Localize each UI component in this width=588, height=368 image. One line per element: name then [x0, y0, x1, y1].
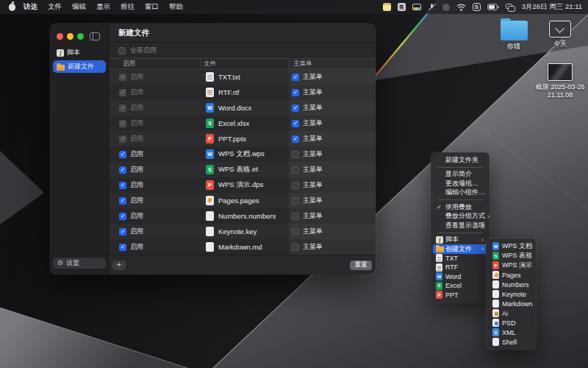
- mainmenu-checkbox[interactable]: [292, 197, 299, 205]
- submenu-item-8[interactable]: PSD: [488, 318, 534, 328]
- menubar-menu-5[interactable]: 窗口: [145, 2, 159, 10]
- mainmenu-checkbox[interactable]: [292, 213, 299, 220]
- folder-icon: [57, 65, 65, 71]
- enable-checkbox[interactable]: [119, 166, 126, 174]
- desktop-icon-folder[interactable]: 你猜: [490, 21, 537, 51]
- mainmenu-checkbox[interactable]: [292, 74, 299, 81]
- context-menu-item-14[interactable]: WWord: [433, 272, 487, 282]
- file-icon: W: [206, 103, 214, 113]
- menu-item-label: 新建文件夹: [445, 155, 478, 165]
- folder-icon: [436, 247, 444, 252]
- enable-checkbox[interactable]: [119, 74, 126, 81]
- menubar-menu-1[interactable]: 文件: [48, 2, 62, 10]
- table-row: 启用 RTF.rtf 主菜单: [110, 85, 376, 100]
- menubar-menu-4[interactable]: 前往: [121, 2, 135, 10]
- enable-checkbox[interactable]: [119, 228, 126, 236]
- enable-checkbox[interactable]: [119, 89, 126, 96]
- reset-button[interactable]: 重置: [350, 261, 372, 270]
- add-button[interactable]: +: [112, 261, 126, 270]
- window-footer: + 重置: [110, 255, 376, 275]
- mainmenu-label: 主菜单: [303, 134, 323, 144]
- enable-checkbox[interactable]: [119, 213, 126, 220]
- settings-label: 设置: [66, 258, 79, 268]
- menubar-menu-2[interactable]: 编辑: [72, 2, 86, 10]
- desktop-icon-screenshot[interactable]: 截屏 2025-03-26 21.11.08: [527, 63, 588, 100]
- submenu-item-10[interactable]: Shell: [488, 337, 534, 347]
- menu-item-label: 叠放分组方式: [445, 211, 485, 221]
- stage-manager-icon[interactable]: [506, 4, 514, 10]
- menubar-menu-6[interactable]: 帮助: [169, 2, 183, 10]
- enable-checkbox[interactable]: [119, 244, 126, 251]
- mic-muted-icon[interactable]: [428, 3, 436, 11]
- app-circle-icon[interactable]: [442, 4, 450, 11]
- menu-separator: [437, 233, 483, 233]
- mainmenu-checkbox[interactable]: [292, 151, 299, 158]
- submenu-item-3[interactable]: Pages: [488, 270, 534, 280]
- file-name: TXT.txt: [218, 73, 240, 81]
- s-app-icon[interactable]: S: [473, 3, 481, 11]
- battery-icon[interactable]: [487, 4, 499, 10]
- display-icon[interactable]: [412, 4, 421, 10]
- context-menu-item-4[interactable]: 编辑小组件…: [433, 188, 487, 198]
- context-menu-item-11[interactable]: 创建文件›: [433, 244, 487, 254]
- enable-all-label: 全部启用: [130, 46, 157, 55]
- menubar-menu-3[interactable]: 显示: [96, 2, 110, 10]
- submenu-item-4[interactable]: Numbers: [488, 280, 534, 289]
- mainmenu-checkbox[interactable]: [292, 166, 299, 174]
- enable-checkbox[interactable]: [119, 182, 126, 189]
- submenu-item-0[interactable]: WWPS 文档: [488, 241, 534, 251]
- context-menu-item-15[interactable]: SExcel: [433, 281, 487, 291]
- submenu-item-1[interactable]: SWPS 表格: [488, 251, 534, 261]
- submenu-item-7[interactable]: Ai: [488, 308, 534, 318]
- enable-checkbox[interactable]: [119, 151, 126, 158]
- desktop-icon-today[interactable]: 今天: [537, 21, 584, 48]
- mainmenu-checkbox[interactable]: [292, 182, 299, 189]
- mainmenu-checkbox[interactable]: [292, 105, 299, 112]
- context-menu-item-12[interactable]: TXT: [433, 254, 487, 263]
- apple-icon[interactable]: [9, 4, 15, 11]
- zoom-button[interactable]: [77, 33, 84, 40]
- minimize-button[interactable]: [67, 33, 74, 40]
- rtf-icon: [436, 263, 442, 272]
- menu-item-label: 脚本: [445, 235, 459, 244]
- mainmenu-checkbox[interactable]: [292, 89, 299, 96]
- context-menu-item-3[interactable]: 更改墙纸…: [433, 179, 487, 188]
- enable-checkbox[interactable]: [119, 105, 126, 112]
- file-name: PPT.pptx: [218, 135, 246, 143]
- chevron-down-stack-icon: [549, 21, 571, 38]
- menu-bar-clock[interactable]: 3月26日 周三 21:11: [522, 2, 582, 12]
- context-menu-item-6[interactable]: ✓使用叠放: [433, 202, 487, 212]
- excel-icon: S: [436, 282, 442, 290]
- mainmenu-checkbox[interactable]: [292, 244, 299, 251]
- enable-all-checkbox[interactable]: [118, 47, 126, 54]
- enable-checkbox[interactable]: [119, 135, 126, 143]
- context-menu-item-16[interactable]: PPPT: [433, 291, 487, 300]
- submenu-item-2[interactable]: PWPS 演示: [488, 261, 534, 270]
- context-menu-item-8[interactable]: 查看显示选项: [433, 221, 487, 230]
- input-method-icon[interactable]: 英: [398, 3, 406, 11]
- word-icon: W: [492, 242, 499, 250]
- sidebar-item-scripts[interactable]: 脚本: [53, 46, 106, 59]
- context-menu-item-13[interactable]: RTF: [433, 263, 487, 272]
- submenu-item-6[interactable]: Markdown: [488, 299, 534, 308]
- context-menu-item-0[interactable]: 新建文件夹: [433, 155, 487, 165]
- enable-checkbox[interactable]: [119, 197, 126, 205]
- context-menu-item-2[interactable]: 显示简介: [433, 170, 487, 180]
- context-menu-item-7[interactable]: 叠放分组方式›: [433, 212, 487, 222]
- mainmenu-checkbox[interactable]: [292, 228, 299, 236]
- enable-checkbox[interactable]: [119, 120, 126, 127]
- enable-label: 启用: [130, 196, 143, 205]
- sidebar-item-new-file[interactable]: 新建文件: [53, 60, 106, 73]
- menubar-menu-0[interactable]: 访达: [24, 2, 37, 10]
- submenu-item-5[interactable]: Keynote: [488, 289, 534, 299]
- sidebar-toggle-icon[interactable]: [90, 32, 100, 40]
- mainmenu-checkbox[interactable]: [292, 120, 299, 127]
- mainmenu-checkbox[interactable]: [292, 135, 299, 143]
- context-menu-item-10[interactable]: 脚本›: [433, 236, 487, 245]
- submenu-item-9[interactable]: XXML: [488, 328, 534, 337]
- sidebar-settings-button[interactable]: ⚙ 设置: [53, 258, 106, 269]
- wifi-icon[interactable]: [456, 4, 466, 11]
- notes-icon[interactable]: [383, 3, 391, 11]
- mainmenu-label: 主菜单: [303, 118, 323, 128]
- close-button[interactable]: [57, 33, 63, 40]
